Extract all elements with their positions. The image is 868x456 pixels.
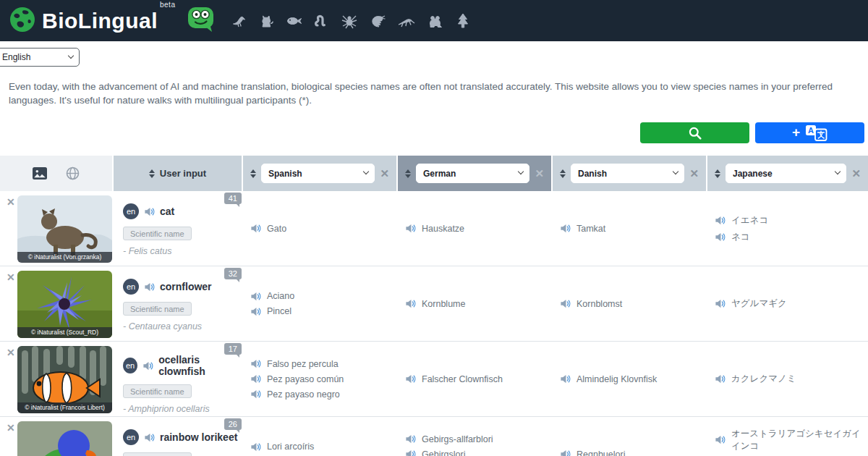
translations-japanese: ヤグルマギク — [707, 266, 868, 341]
scientific-name-button[interactable]: Scientific name — [123, 384, 192, 398]
language-select-german[interactable]: German — [416, 164, 529, 183]
translation: Aciano — [267, 291, 294, 301]
image-icon — [33, 167, 47, 180]
translation: オーストラリアゴシキセイガイインコ — [731, 428, 861, 452]
table-row: ✕ © iNaturalist (Scout_RD) 32 — [0, 266, 868, 342]
remove-column-icon[interactable]: ✕ — [689, 168, 699, 179]
sort-icon[interactable] — [560, 169, 566, 178]
speaker-icon[interactable] — [144, 206, 155, 217]
remove-column-icon[interactable]: ✕ — [851, 168, 861, 179]
user-input-column-header[interactable]: User input — [114, 156, 242, 191]
translation: Pez payaso negro — [267, 389, 340, 400]
translations-japanese: オーストラリアゴシキセイガイインコ ニューギニアゴシキセイガイインコ — [707, 417, 868, 456]
table-row: ✕ 26 en rainbow lorikeet Scientific name — [0, 417, 868, 456]
scientific-name: - Amphiprion ocellaris — [123, 404, 242, 414]
language-select-japanese[interactable]: Japanese — [726, 164, 846, 183]
search-icon — [688, 126, 702, 140]
translation-count-badge: 26 — [224, 418, 242, 430]
translation: Pez payaso común — [267, 374, 344, 384]
language-select-spanish[interactable]: Spanish — [261, 164, 375, 183]
translations-german: Falscher Clownfisch — [398, 342, 551, 416]
cat-icon — [258, 13, 275, 29]
speaker-icon[interactable] — [715, 298, 726, 309]
svg-text:A: A — [808, 126, 814, 135]
speaker-icon[interactable] — [715, 232, 726, 242]
speaker-icon[interactable] — [405, 434, 416, 444]
source-language-badge: en — [123, 279, 139, 295]
remove-row-icon[interactable]: ✕ — [7, 197, 15, 207]
ui-language-select[interactable]: English — [0, 48, 80, 67]
speaker-icon[interactable] — [715, 434, 726, 445]
remove-column-icon[interactable]: ✕ — [380, 168, 389, 179]
speaker-icon[interactable] — [560, 449, 571, 456]
translations-danish: Tamkat — [553, 191, 706, 266]
translations-spanish: Aciano Pincel — [243, 266, 396, 341]
globe-logo-icon — [9, 6, 36, 36]
remove-row-icon[interactable]: ✕ — [7, 272, 15, 282]
speaker-icon[interactable] — [405, 373, 416, 384]
speaker-icon[interactable] — [250, 306, 261, 317]
speaker-icon[interactable] — [250, 389, 261, 400]
sort-icon[interactable] — [149, 169, 155, 178]
species-name: ocellaris clownfish — [158, 354, 242, 377]
table-header-row: User input Spanish ✕ German ✕ Danish ✕ — [0, 156, 868, 191]
speaker-icon[interactable] — [405, 298, 416, 309]
speaker-icon[interactable] — [560, 298, 571, 309]
speaker-icon[interactable] — [142, 360, 153, 371]
species-name: rainbow lorikeet — [160, 431, 237, 443]
remove-column-icon[interactable]: ✕ — [535, 168, 544, 179]
speaker-icon[interactable] — [144, 282, 155, 292]
species-photo-clownfish: © iNaturalist (Francois Libert) — [17, 346, 112, 413]
speaker-icon[interactable] — [250, 373, 261, 384]
fish-icon — [286, 13, 303, 29]
worm-icon — [314, 13, 330, 29]
sort-icon[interactable] — [715, 169, 720, 178]
translation: Gebirgslori — [422, 449, 465, 456]
translation: Gebirgs-allfarblori — [422, 434, 493, 444]
brand-title: BioLingualbeta — [42, 10, 173, 32]
translation-count-badge: 41 — [224, 193, 242, 204]
translation: Almindelig Klovnfisk — [576, 374, 657, 384]
speaker-icon[interactable] — [250, 291, 261, 302]
app-header: BioLingualbeta — [0, 0, 868, 41]
search-button[interactable] — [640, 122, 749, 143]
translations-german: Hauskatze — [398, 191, 551, 266]
speaker-icon[interactable] — [250, 442, 261, 452]
translation: Tamkat — [576, 224, 605, 234]
speaker-icon[interactable] — [405, 449, 416, 456]
translation-count-badge: 32 — [224, 268, 242, 279]
scientific-name-button[interactable]: Scientific name — [123, 302, 192, 316]
species-name: cornflower — [160, 281, 212, 292]
speaker-icon[interactable] — [405, 223, 416, 234]
speaker-icon[interactable] — [250, 223, 261, 234]
translation: Hauskatze — [422, 224, 464, 234]
translation: Pincel — [267, 306, 292, 316]
source-language-badge: en — [123, 429, 139, 445]
language-select-danish[interactable]: Danish — [571, 164, 684, 183]
translations-german: Kornblume — [398, 266, 551, 341]
speaker-icon[interactable] — [560, 373, 571, 384]
speaker-icon[interactable] — [560, 223, 571, 234]
sort-icon[interactable] — [405, 169, 411, 178]
speaker-icon[interactable] — [250, 358, 261, 369]
add-translation-button[interactable]: + A — [755, 122, 864, 143]
table-row: ✕ — [0, 342, 868, 417]
scientific-name-button[interactable]: Scientific name — [123, 227, 192, 240]
tree-icon — [455, 12, 471, 30]
frog-icon — [427, 13, 444, 29]
species-photo-cat: © iNaturalist (Von.grzanka) — [17, 195, 112, 263]
species-table: User input Spanish ✕ German ✕ Danish ✕ — [0, 156, 868, 456]
remove-row-icon[interactable]: ✕ — [7, 423, 15, 433]
scientific-name: - Felis catus — [123, 246, 242, 256]
locust-icon — [397, 13, 416, 29]
speaker-icon[interactable] — [144, 432, 155, 443]
speaker-icon[interactable] — [715, 215, 726, 226]
intro-text: Even today, with the advancement of AI a… — [9, 80, 851, 107]
remove-row-icon[interactable]: ✕ — [7, 347, 15, 358]
sort-icon[interactable] — [250, 169, 256, 178]
chat-bubble-face-icon — [186, 5, 216, 37]
scientific-name-button[interactable]: Scientific name — [123, 452, 192, 456]
speaker-icon[interactable] — [715, 373, 726, 384]
globe-icon — [66, 166, 80, 180]
spider-icon — [341, 13, 358, 29]
